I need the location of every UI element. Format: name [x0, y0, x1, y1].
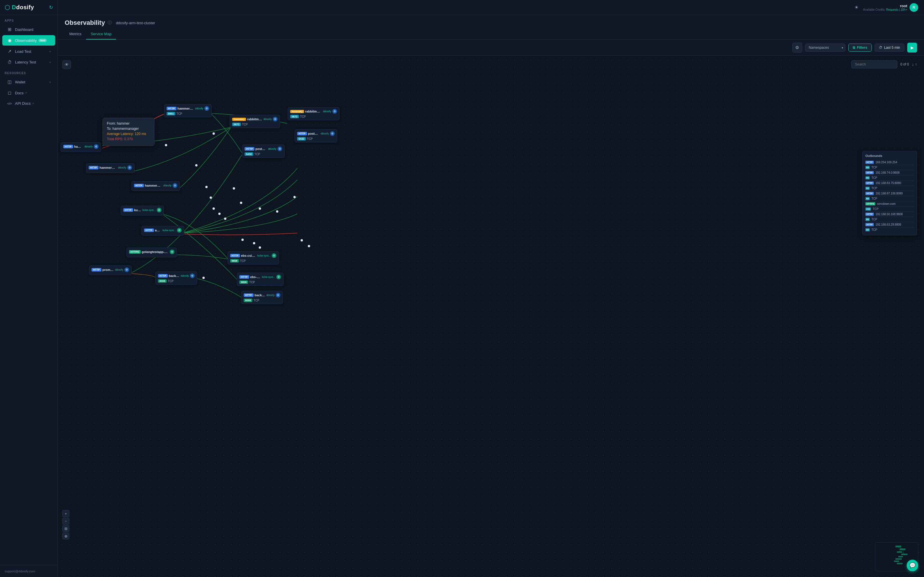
node-settings-icon[interactable]: ⚙ — [173, 183, 177, 188]
theme-toggle-icon[interactable]: ☀ — [855, 5, 858, 10]
play-button[interactable]: ▶ — [907, 43, 917, 53]
node-settings-icon[interactable]: ⚙ — [170, 250, 174, 254]
sidebar-item-observability[interactable]: ◉ Observability New — [2, 35, 55, 45]
node-namespace: kube-syst... — [257, 254, 271, 257]
node-badge-http: HTTP — [239, 275, 249, 279]
node-rabbitmq-celery-2[interactable]: RabbitMQ rabbitmq-celery ddosify ⚙ 5672 … — [288, 107, 339, 120]
node-rabbitmq-celery-1[interactable]: RabbitMQ rabbitmq-celery ddosify ⚙ 5672 … — [229, 115, 280, 128]
settings-button[interactable]: ⚙ — [792, 43, 802, 53]
svg-point-4 — [210, 197, 212, 199]
svg-point-8 — [241, 239, 244, 241]
search-up-arrow[interactable]: ↑ — [915, 62, 917, 67]
node-golangtestapp[interactable]: HTTPS golangtestapp-1-21-... ⚙ — [126, 248, 177, 257]
lock-map-button[interactable]: ⊕ — [62, 533, 69, 540]
node-hammermanager[interactable]: HTTP hammermanager ddosify ⚙ 8001 TCP — [164, 104, 212, 118]
tab-metrics[interactable]: Metrics — [65, 29, 86, 40]
filters-button[interactable]: ⧉ Filters — [848, 44, 872, 52]
node-badge-http: HTTP — [245, 147, 254, 151]
credits-link[interactable]: Requests | 20h+ — [886, 8, 907, 11]
node-ebs-csi-controller[interactable]: HTTP ebs-csi-controller kube-syst... ⚙ 9… — [228, 251, 279, 264]
node-postgres-1[interactable]: HTTP postgres ddosify ⚙ 5432 TCP — [242, 145, 285, 158]
node-settings-icon[interactable]: ⚙ — [272, 253, 276, 258]
node-hammermanager-celer-2[interactable]: HTTP hammermanager-celer... ddosify ⚙ — [131, 181, 180, 191]
node-backend-2[interactable]: HTTP backend ddosify ⚙ 8008 TCP — [241, 291, 283, 304]
outbound-port-row: 80 TCP — [865, 186, 914, 191]
node-aws-node[interactable]: HTTP aws-node kube-syst... ⚙ — [142, 226, 184, 236]
node-badge-http: HTTP — [89, 166, 99, 169]
node-namespace: kube-syst... — [163, 229, 176, 232]
node-ebs-csi-node[interactable]: HTTP ebs-csi-node kube-syst... ⚙ 9808 TC… — [237, 272, 284, 286]
node-settings-icon[interactable]: ⚙ — [204, 106, 209, 111]
node-settings-icon[interactable]: ⚙ — [276, 275, 281, 279]
user-avatar[interactable]: R — [909, 3, 918, 12]
sidebar-item-latency-test[interactable]: ⏱ Latency Test › — [2, 57, 55, 67]
svg-point-5 — [213, 208, 215, 210]
zoom-out-button[interactable]: − — [62, 517, 69, 524]
tab-service-map[interactable]: Service Map — [86, 29, 116, 40]
node-settings-icon[interactable]: ⚙ — [94, 144, 99, 149]
node-settings-icon[interactable]: ⚙ — [330, 131, 334, 136]
sidebar-label-dashboard: Dashboard — [15, 27, 34, 32]
service-map-canvas[interactable]: 👁 0 of 0 ↓ ↑ — [58, 56, 924, 577]
ob-port-type: TCP — [871, 228, 877, 231]
namespace-select[interactable]: Namespaces — [805, 44, 845, 52]
port-label: TCP — [254, 153, 260, 156]
node-settings-icon[interactable]: ⚙ — [124, 268, 129, 272]
fit-map-button[interactable]: ⊞ — [62, 525, 69, 532]
user-credits: Available Credits: Requests | 20h+ — [863, 8, 907, 11]
sidebar-item-api-docs[interactable]: </> API Docs ↗ — [2, 99, 55, 108]
search-down-arrow[interactable]: ↓ — [912, 62, 914, 67]
node-settings-icon[interactable]: ⚙ — [332, 109, 337, 114]
sidebar-label-latency-test: Latency Test — [15, 60, 36, 64]
toggle-visibility-button[interactable]: 👁 — [62, 60, 71, 69]
node-name: postgres — [255, 147, 267, 151]
node-name: backend — [255, 293, 265, 297]
svg-point-0 — [165, 144, 167, 146]
page-info-icon[interactable]: ⓘ — [108, 20, 112, 26]
node-settings-icon[interactable]: ⚙ — [278, 147, 282, 151]
port-badge: 5672 — [232, 122, 241, 126]
node-settings-icon[interactable]: ⚙ — [190, 274, 195, 278]
node-hammer[interactable]: HTTP hammer ddosify ⚙ — [61, 142, 101, 152]
sidebar-item-docs[interactable]: ◻ Docs ↗ — [2, 88, 55, 98]
node-kube-proxy[interactable]: HTTP kube-proxy kube-syst... ⚙ — [121, 206, 164, 216]
node-settings-icon[interactable]: ⚙ — [273, 117, 278, 121]
outbound-port-row: 80 TCP — [865, 217, 914, 222]
ob-port: 80 — [865, 228, 870, 231]
node-badge-rabbitmq: RabbitMQ — [290, 110, 304, 113]
observability-badge: New — [39, 39, 47, 42]
sidebar-item-wallet[interactable]: ◫ Wallet › — [2, 77, 55, 87]
page-title-row: Observability ⓘ ddosify-arm-test-cluster — [65, 19, 917, 27]
node-badge-http: HTTP — [63, 145, 73, 148]
sidebar-label-api-docs: API Docs — [15, 101, 31, 106]
node-postgres-2[interactable]: HTTP postgres ddosify ⚙ 5432 TCP — [294, 129, 337, 142]
outbound-port-row: 80 TCP — [865, 165, 914, 170]
svg-rect-22 — [897, 551, 902, 553]
sidebar-item-dashboard[interactable]: ⊞ Dashboard — [2, 24, 55, 35]
node-settings-icon[interactable]: ⚙ — [177, 228, 182, 232]
node-settings-icon[interactable]: ⚙ — [128, 165, 132, 170]
tooltip-latency: Average Latency: 120 ms — [107, 132, 150, 136]
sidebar-item-load-test[interactable]: ↗ Load Test › — [2, 46, 55, 56]
sidebar-refresh-icon[interactable]: ↻ — [49, 5, 53, 10]
node-hammermanager-celer-1[interactable]: HTTP hammermanager-celer... ddosify ⚙ — [86, 163, 134, 173]
ob-port-type: TCP — [871, 218, 877, 221]
user-menu[interactable]: root Available Credits: Requests | 20h+ … — [863, 3, 918, 12]
svg-point-9 — [253, 242, 255, 244]
node-backend[interactable]: HTTP backend ddosify ⚙ 8008 TCP — [155, 271, 197, 285]
node-settings-icon[interactable]: ⚙ — [157, 208, 162, 212]
ob-protocol-badge: HTTP — [865, 213, 874, 216]
play-icon: ▶ — [911, 45, 914, 50]
port-badge: 5432 — [245, 152, 253, 156]
support-email: support@ddosify.com — [5, 569, 35, 573]
time-range-button[interactable]: ⏱ Last 5 min — [875, 44, 905, 52]
svg-point-14 — [259, 208, 261, 210]
zoom-in-button[interactable]: + — [62, 510, 69, 517]
node-prometheus[interactable]: HTTP prometheus ddosify ⚙ — [89, 266, 132, 275]
map-search-input[interactable] — [851, 60, 897, 68]
apps-section-label: APPS — [0, 15, 57, 24]
node-name: rabbitmq-celery — [305, 110, 322, 113]
chat-bubble-button[interactable]: 💬 — [907, 560, 918, 571]
node-settings-icon[interactable]: ⚙ — [276, 293, 280, 297]
svg-point-7 — [224, 218, 226, 220]
